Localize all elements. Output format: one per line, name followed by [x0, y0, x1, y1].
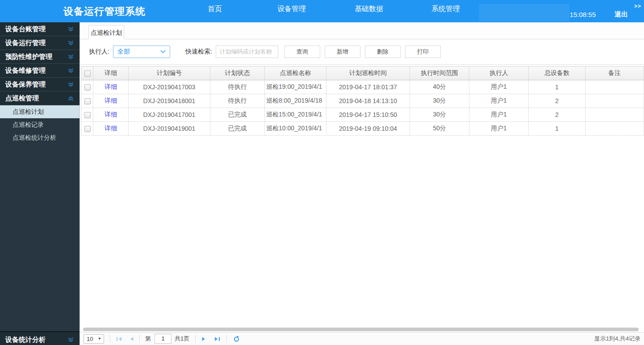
filter-bar: 执行人: 全部 快速检索: 计划编码或计划名称 查询 新增 删除 打印	[80, 39, 644, 65]
logout-button[interactable]: 退出	[615, 10, 628, 19]
table-header-row: 详细 计划编号 计划状态 点巡检名称 计划巡检时间 执行时间范围 执行人 总设备…	[82, 67, 644, 80]
chevron-double-down-icon	[68, 337, 74, 342]
nav-system[interactable]: 系统管理	[431, 4, 460, 14]
sidebar-submenu-inspection: 点巡检计划 点巡检记录 点巡检统计分析	[0, 105, 79, 331]
pagination-bar: 10 第 1 共1页	[80, 332, 644, 345]
sidebar-item-equip-stats[interactable]: 设备统计分析	[0, 331, 79, 345]
nav-base-data[interactable]: 基础数据	[355, 4, 383, 14]
table-row: 详细 DXJ-20190417001 已完成 巡检15:00_2019/4/1 …	[82, 108, 644, 122]
executor-select[interactable]: 全部	[113, 46, 170, 58]
top-header: 设备运行管理系统 首页 设备管理 基础数据 系统管理 15:08:55 退出 >…	[0, 0, 644, 22]
table-row: 详细 DXJ-20190417003 待执行 巡检19:00_2019/4/1 …	[82, 80, 644, 94]
horizontal-scrollbar	[80, 327, 644, 332]
refresh-button[interactable]	[233, 334, 240, 343]
record-summary: 显示1到4,共4记录	[594, 335, 640, 343]
print-button[interactable]: 打印	[405, 46, 441, 58]
sidebar-item-equip-run[interactable]: 设备运行管理	[0, 36, 79, 50]
page-number-input[interactable]: 1	[155, 334, 171, 344]
first-page-button[interactable]	[116, 334, 122, 343]
page-prefix: 第	[145, 335, 151, 343]
divider	[195, 335, 196, 343]
select-all-checkbox[interactable]	[84, 71, 91, 77]
page-total: 共1页	[175, 335, 189, 343]
col-remark: 备注	[585, 67, 644, 80]
tab-bar: 点巡检计划	[80, 22, 644, 39]
executor-label: 执行人:	[89, 48, 109, 56]
sidebar: 设备台账管理 设备运行管理 预防性维护管理 设备维修管理 设备保养管理 点巡检管…	[0, 22, 79, 345]
detail-link[interactable]: 详细	[105, 97, 117, 104]
nav-equipment[interactable]: 设备管理	[277, 4, 306, 14]
chevron-double-down-icon	[68, 54, 74, 59]
sidebar-subitem-inspection-stats[interactable]: 点巡检统计分析	[0, 131, 79, 144]
chevron-double-up-icon	[68, 96, 74, 101]
col-executor: 执行人	[469, 67, 529, 80]
table-row: 详细 DXJ-20190418001 待执行 巡检8:00_2019/4/18 …	[82, 94, 644, 108]
col-plan-code: 计划编号	[129, 67, 210, 80]
caret-down-icon	[98, 338, 101, 340]
col-device-count: 总设备数	[529, 67, 585, 80]
col-plan-status: 计划状态	[210, 67, 265, 80]
chevron-double-down-icon	[68, 68, 74, 73]
sidebar-subitem-inspection-record[interactable]: 点巡检记录	[0, 118, 79, 131]
detail-link[interactable]: 详细	[105, 125, 117, 132]
user-panel	[479, 4, 569, 21]
row-checkbox[interactable]	[84, 98, 91, 104]
clock: 15:08:55	[570, 11, 596, 18]
divider	[110, 335, 110, 343]
row-checkbox[interactable]	[84, 126, 91, 132]
add-button[interactable]: 新增	[325, 46, 360, 58]
tab-inspection-plan[interactable]: 点巡检计划	[88, 25, 124, 39]
query-button[interactable]: 查询	[284, 46, 320, 58]
col-exec-range: 执行时间范围	[410, 67, 469, 80]
next-page-button[interactable]	[201, 334, 206, 343]
detail-link[interactable]: 详细	[105, 111, 117, 118]
table-row: 详细 DXJ-20190419001 已完成 巡检10:00_2019/4/1 …	[82, 122, 644, 136]
sidebar-subitem-inspection-plan[interactable]: 点巡检计划	[0, 105, 79, 118]
col-plan-time: 计划巡检时间	[326, 67, 410, 80]
main-content: 点巡检计划 执行人: 全部 快速检索: 计划编码或计划名称 查询 新增 删除 打…	[79, 22, 644, 345]
app: 设备运行管理系统 首页 设备管理 基础数据 系统管理 15:08:55 退出 >…	[0, 0, 644, 345]
chevron-down-icon	[160, 50, 166, 54]
sidebar-item-maintain[interactable]: 设备保养管理	[0, 78, 79, 91]
row-checkbox[interactable]	[84, 84, 91, 91]
sidebar-item-equip-ledger[interactable]: 设备台账管理	[0, 22, 79, 36]
collapse-icon[interactable]: >>	[634, 3, 641, 9]
app-title: 设备运行管理系统	[63, 5, 146, 18]
col-inspection-name: 点巡检名称	[265, 67, 326, 80]
sidebar-filler	[0, 144, 79, 331]
row-checkbox[interactable]	[84, 112, 91, 118]
last-page-button[interactable]	[214, 334, 220, 343]
search-input[interactable]: 计划编码或计划名称	[216, 46, 278, 58]
sidebar-item-repair[interactable]: 设备维修管理	[0, 64, 79, 78]
sidebar-item-preventive[interactable]: 预防性维护管理	[0, 50, 79, 64]
chevron-double-down-icon	[68, 41, 74, 46]
scrollbar-thumb[interactable]	[83, 328, 639, 331]
col-detail: 详细	[93, 67, 129, 80]
delete-button[interactable]: 删除	[365, 46, 401, 58]
divider	[226, 335, 227, 343]
detail-link[interactable]: 详细	[105, 83, 117, 90]
data-grid: 详细 计划编号 计划状态 点巡检名称 计划巡检时间 执行时间范围 执行人 总设备…	[80, 65, 644, 327]
prev-page-button[interactable]	[130, 334, 134, 343]
chevron-double-down-icon	[68, 82, 74, 87]
sidebar-item-inspection[interactable]: 点巡检管理	[0, 91, 79, 105]
search-label: 快速检索:	[185, 48, 212, 56]
nav-home[interactable]: 首页	[208, 4, 222, 14]
divider	[139, 335, 140, 343]
chevron-double-down-icon	[68, 27, 74, 32]
page-size-select[interactable]: 10	[84, 334, 104, 344]
